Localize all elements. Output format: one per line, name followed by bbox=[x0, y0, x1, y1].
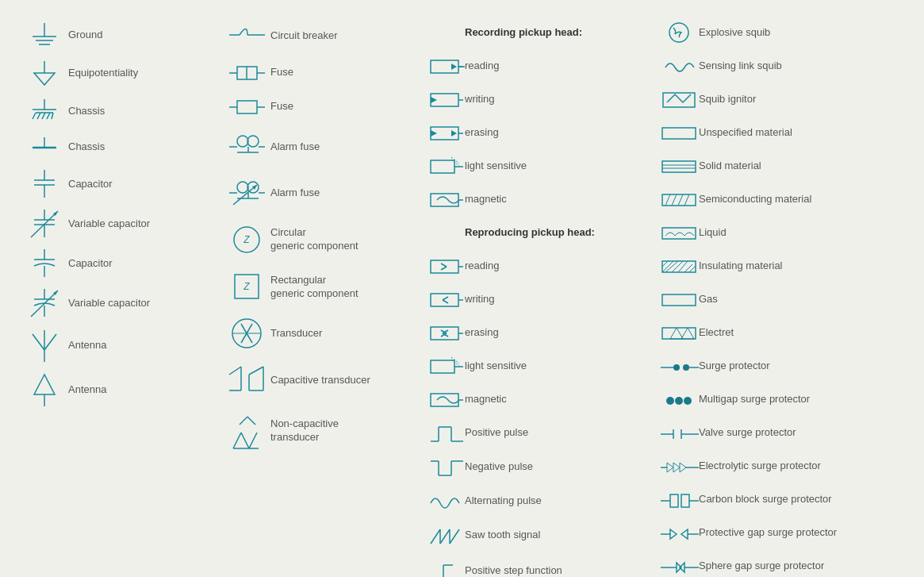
antenna2-label: Antenna bbox=[68, 383, 106, 397]
valve-surge-symbol bbox=[659, 421, 699, 444]
erasing2-symbol bbox=[429, 321, 465, 344]
svg-line-110 bbox=[443, 300, 448, 303]
svg-rect-183 bbox=[670, 494, 678, 507]
svg-rect-107 bbox=[431, 294, 458, 306]
reading1-label: reading bbox=[465, 60, 499, 73]
alt-pulse-symbol bbox=[429, 487, 465, 515]
lightsens2-symbol bbox=[429, 354, 465, 378]
noncap-transducer-symbol bbox=[223, 409, 270, 452]
main-page: Ground Equipotentiality bbox=[0, 0, 924, 577]
carbon-surge-label: Carbon block surge protector bbox=[699, 493, 832, 506]
writing1-label: writing bbox=[465, 93, 495, 106]
svg-marker-5 bbox=[34, 73, 55, 85]
prot-gap-surge-label: Protective gap surge protector bbox=[699, 526, 837, 540]
lightsens1-symbol bbox=[429, 154, 465, 178]
row-equipotentiality: Equipotentiality bbox=[16, 54, 218, 92]
ground-symbol bbox=[21, 19, 68, 51]
circuit-breaker-label: Circuit breaker bbox=[270, 29, 338, 43]
pos-step-label: Positive step function bbox=[465, 564, 562, 577]
svg-line-10 bbox=[37, 113, 40, 119]
sphere-gap-surge-symbol bbox=[659, 555, 699, 577]
var-capacitor1-symbol bbox=[21, 207, 68, 240]
capacitor1-label: Capacitor bbox=[68, 178, 113, 191]
svg-line-13 bbox=[52, 113, 53, 119]
svg-rect-162 bbox=[662, 294, 696, 306]
recording-head-label: Recording pickup head: bbox=[465, 26, 582, 40]
liquid-label: Liquid bbox=[699, 226, 727, 240]
chassis2-label: Chassis bbox=[68, 140, 105, 154]
alarm-fuse1-label: Alarm fuse bbox=[270, 140, 320, 154]
row-valve-surge: Valve surge protector bbox=[654, 416, 904, 449]
row-magnetic2: magnetic bbox=[424, 383, 650, 416]
squib-ignitor-label: Squib ignitor bbox=[699, 93, 756, 106]
svg-point-56 bbox=[237, 182, 248, 193]
svg-marker-178 bbox=[667, 463, 673, 472]
svg-rect-184 bbox=[681, 494, 689, 507]
svg-marker-96 bbox=[431, 130, 437, 137]
svg-line-106 bbox=[441, 267, 447, 270]
electret-symbol bbox=[659, 321, 699, 344]
alarm-fuse1-symbol bbox=[223, 127, 270, 167]
svg-marker-165 bbox=[681, 328, 694, 339]
svg-line-81 bbox=[241, 433, 249, 448]
electret-label: Electret bbox=[699, 326, 734, 340]
row-reading1: reading bbox=[424, 49, 650, 83]
reading2-symbol bbox=[429, 254, 465, 278]
row-explosive-squib: Explosive squib bbox=[654, 16, 904, 49]
row-var-capacitor2: Variable capacitor bbox=[16, 283, 218, 323]
row-liquid: Liquid bbox=[654, 216, 904, 249]
svg-line-85 bbox=[247, 417, 255, 425]
column-2: Circuit breaker Fuse Fuse bbox=[218, 16, 420, 577]
svg-line-9 bbox=[33, 113, 36, 119]
row-sawtooth: Saw tooth signal bbox=[424, 518, 650, 552]
svg-rect-47 bbox=[237, 101, 257, 113]
svg-line-150 bbox=[672, 194, 677, 206]
row-sphere-gap-surge: Sphere gap surge protector bbox=[654, 549, 904, 577]
row-rect-generic: Z Rectangular generic component bbox=[218, 263, 420, 311]
svg-marker-187 bbox=[670, 529, 677, 539]
row-writing2: writing bbox=[424, 283, 650, 316]
fuse2-symbol bbox=[223, 93, 270, 121]
reading2-label: reading bbox=[465, 260, 499, 273]
sensing-squib-symbol bbox=[659, 53, 699, 79]
row-unspec-material: Unspecified material bbox=[654, 116, 904, 149]
capacitor1-symbol bbox=[21, 167, 68, 201]
unspec-material-label: Unspecified material bbox=[699, 126, 792, 140]
row-var-capacitor1: Variable capacitor bbox=[16, 204, 218, 244]
pos-step-symbol bbox=[429, 556, 465, 577]
erasing1-symbol bbox=[429, 121, 465, 144]
svg-marker-188 bbox=[681, 529, 688, 539]
pos-pulse-symbol bbox=[429, 419, 465, 447]
transducer-label: Transducer bbox=[270, 327, 322, 340]
svg-line-71 bbox=[241, 333, 247, 343]
column-4: Explosive squib Sensing link squib Squib… bbox=[650, 16, 904, 577]
svg-rect-97 bbox=[431, 160, 454, 173]
svg-point-167 bbox=[673, 364, 680, 371]
insulating-label: Insulating material bbox=[699, 260, 783, 273]
fuse1-symbol bbox=[223, 59, 270, 87]
svg-line-11 bbox=[42, 113, 45, 119]
cap-transducer-label: Capacitive transducer bbox=[270, 374, 370, 387]
solid-material-label: Solid material bbox=[699, 160, 761, 173]
svg-rect-145 bbox=[662, 161, 696, 172]
squib-ignitor-symbol bbox=[659, 87, 699, 112]
multigap-surge-label: Multigap surge protector bbox=[699, 393, 810, 406]
row-surge-protector: Surge protector bbox=[654, 349, 904, 383]
magnetic1-symbol bbox=[429, 187, 465, 211]
surge-protector-label: Surge protector bbox=[699, 360, 770, 373]
svg-line-70 bbox=[247, 324, 252, 333]
magnetic2-symbol bbox=[429, 387, 465, 411]
sawtooth-label: Saw tooth signal bbox=[465, 529, 540, 542]
row-neg-pulse: Negative pulse bbox=[424, 450, 650, 484]
svg-line-152 bbox=[684, 194, 689, 206]
svg-marker-164 bbox=[670, 328, 683, 339]
chassis1-symbol bbox=[21, 95, 68, 127]
row-semi-material: Semiconducting material bbox=[654, 183, 904, 216]
sawtooth-symbol bbox=[429, 521, 465, 549]
svg-line-84 bbox=[240, 417, 247, 425]
svg-rect-117 bbox=[431, 360, 454, 373]
svg-marker-95 bbox=[451, 130, 457, 137]
row-pos-step: Positive step function bbox=[424, 552, 650, 577]
row-capacitor1: Capacitor bbox=[16, 164, 218, 204]
svg-line-82 bbox=[249, 433, 257, 448]
